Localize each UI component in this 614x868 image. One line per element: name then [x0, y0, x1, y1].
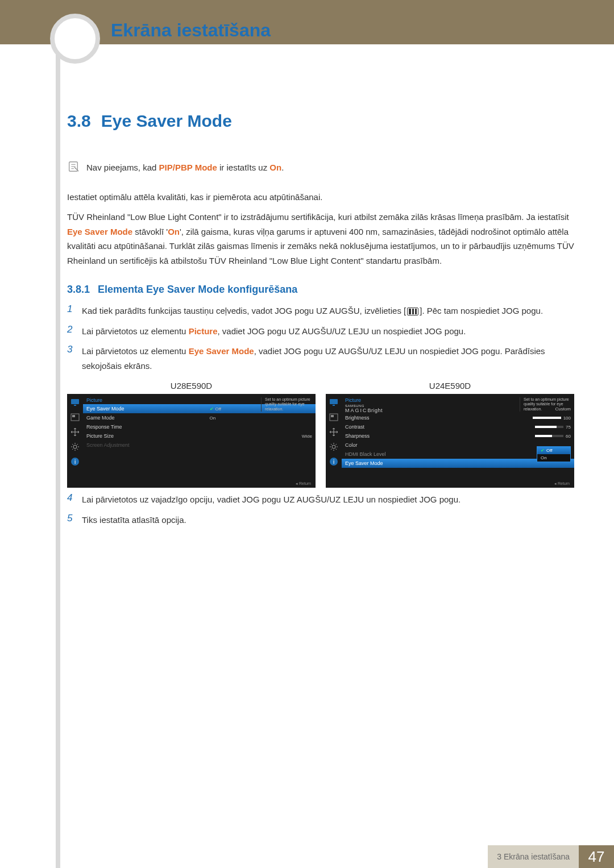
- p2d: On: [168, 227, 180, 236]
- osd-return: ◂ Return: [296, 481, 311, 486]
- step-num: 3: [67, 344, 82, 373]
- check-icon: ✔: [541, 448, 545, 453]
- check-icon: ✔: [210, 406, 214, 412]
- slider-fill: [535, 426, 557, 428]
- subsection-heading: 3.8.1Elementa Eye Saver Mode konfigurēša…: [67, 284, 574, 296]
- osd-row-sharpness: Sharpness 60: [342, 431, 574, 441]
- slider-bar: [535, 435, 563, 437]
- intro-para-1: Iestatiet optimālu attēla kvalitāti, kas…: [67, 190, 574, 205]
- osd-lbl: Game Mode: [86, 415, 210, 421]
- step-3: 3 Lai pārvietotos uz elementu Eye Saver …: [67, 344, 574, 373]
- osd-row-game-mode: Game Mode On: [83, 413, 316, 422]
- svg-rect-14: [331, 415, 334, 417]
- section-number: 3.8: [67, 111, 91, 130]
- note-bold1: PIP/PBP Mode: [159, 163, 217, 172]
- osd-row-hdmi-black: HDMI Black Level ✔Off On: [342, 450, 574, 459]
- s1a: Kad tiek parādīts funkcijas taustiņu ceļ…: [82, 306, 406, 315]
- s2a: Lai pārvietotos uz elementu: [82, 326, 189, 336]
- s2b: Picture: [189, 326, 218, 336]
- info-icon: i: [70, 456, 80, 467]
- osd-row-picture-size: Picture Size Wide: [83, 431, 316, 441]
- note-icon: [67, 160, 80, 173]
- p2b: Eye Saver Mode: [67, 227, 132, 236]
- osd-val: Wide: [210, 434, 312, 439]
- step-body: Kad tiek parādīts funkcijas taustiņu ceļ…: [82, 304, 574, 318]
- s3b: Eye Saver Mode: [189, 346, 254, 356]
- osd-model-left: U28E590D: [67, 381, 316, 391]
- monitor-icon: [329, 397, 339, 408]
- osd-sidebar: i: [67, 394, 83, 488]
- osd-val-text: Off: [215, 406, 222, 412]
- osd-val-num: 100: [563, 416, 571, 421]
- osd-val: On: [210, 416, 312, 421]
- slider-fill: [535, 435, 552, 437]
- gear-icon: [70, 442, 80, 452]
- osd-lbl: Contrast: [345, 424, 468, 430]
- note-post: .: [281, 163, 284, 172]
- step-5: 5 Tiks iestatīta atlasītā opcija.: [67, 513, 574, 528]
- brand-bright: Bright: [368, 408, 383, 413]
- osd-val: 100: [468, 416, 571, 421]
- osd-row-screen-adjustment: Screen Adjustment: [83, 441, 316, 450]
- move-icon: [329, 427, 339, 437]
- step-body: Lai pārvietotos uz vajadzīgo opciju, vad…: [82, 492, 574, 507]
- svg-text:i: i: [74, 459, 76, 465]
- svg-rect-5: [74, 405, 76, 406]
- osd-lbl: Brightness: [345, 415, 468, 421]
- side-accent: [56, 44, 60, 868]
- step-body: Tiks iestatīta atlasītā opcija.: [82, 513, 574, 528]
- osd-lbl: HDMI Black Level: [345, 451, 534, 457]
- step-num: 1: [67, 304, 82, 318]
- header-left: [0, 0, 56, 44]
- opt-label: Off: [546, 448, 553, 453]
- svg-rect-7: [72, 415, 75, 417]
- osd-model-right: U24E590D: [326, 381, 574, 391]
- osd-options-col: ✔Off On: [534, 446, 571, 462]
- footer-spacer: [0, 845, 488, 868]
- p2a: TÜV Rheinland "Low Blue Light Content" i…: [67, 212, 569, 222]
- osd-lbl: Response Time: [86, 424, 210, 430]
- osd-val: 60: [468, 434, 571, 439]
- slider-bar: [533, 417, 561, 419]
- menu-grid-icon: [407, 308, 418, 315]
- monitor-icon: [70, 397, 80, 408]
- step-1: 1 Kad tiek parādīts funkcijas taustiņu c…: [67, 304, 574, 318]
- osd-col-right: U24E590D i Picture SAMSUNGMAGICBright Cu…: [326, 381, 574, 488]
- osd-lbl: Eye Saver Mode: [345, 460, 468, 466]
- svg-point-8: [73, 445, 77, 448]
- osd-col-left: U28E590D i Picture Eye Saver Mode ✔Off: [67, 381, 316, 488]
- note-row: Nav pieejams, kad PIP/PBP Mode ir iestat…: [67, 160, 574, 175]
- option-off: ✔Off: [537, 447, 570, 454]
- s1b: ]. Pēc tam nospiediet JOG pogu.: [420, 306, 543, 315]
- osd-lbl: Sharpness: [345, 433, 468, 439]
- section-heading: 3.8Eye Saver Mode: [67, 111, 574, 131]
- osd-lbl: Screen Adjustment: [86, 442, 210, 448]
- slider-fill: [533, 417, 561, 419]
- s3a: Lai pārvietotos uz elementu: [82, 346, 189, 356]
- osd-tip: Set to an optimum picture quality suitab…: [261, 397, 312, 412]
- picture-icon: [329, 412, 339, 422]
- osd-return-label: Return: [558, 481, 570, 485]
- step-body: Lai pārvietotos uz elementu Picture, vad…: [82, 324, 574, 339]
- osd-sidebar: i: [326, 394, 342, 488]
- osd-lbl: SAMSUNGMAGICBright: [345, 404, 468, 413]
- section-title: Eye Saver Mode: [101, 111, 232, 130]
- svg-rect-12: [333, 405, 335, 406]
- page-footer: 3 Ekrāna iestatīšana 47: [0, 845, 614, 868]
- move-icon: [70, 427, 80, 437]
- info-icon: i: [329, 456, 339, 467]
- svg-text:i: i: [333, 459, 334, 465]
- note-bold2: On: [269, 163, 281, 172]
- chapter-number-circle: [50, 14, 100, 64]
- osd-tip: Set to an optimum picture quality suitab…: [520, 397, 571, 412]
- osd-options: ✔Off On: [537, 446, 571, 462]
- brand-magic: MAGIC: [345, 408, 368, 413]
- svg-rect-11: [330, 399, 338, 404]
- subsection-number: 3.8.1: [67, 284, 90, 295]
- osd-lbl: Eye Saver Mode: [86, 406, 210, 412]
- osd-panel-right: i Picture SAMSUNGMAGICBright Custom Brig…: [326, 394, 574, 488]
- note-pre: Nav pieejams, kad: [86, 163, 159, 172]
- intro-para-2: TÜV Rheinland "Low Blue Light Content" i…: [67, 210, 574, 268]
- osd-lbl: Picture Size: [86, 433, 210, 439]
- step-num: 5: [67, 513, 82, 528]
